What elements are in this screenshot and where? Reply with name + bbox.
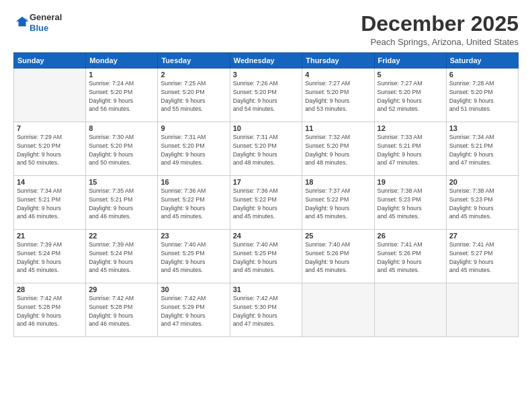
calendar-cell: 30Sunrise: 7:42 AMSunset: 5:29 PMDayligh… bbox=[158, 283, 230, 337]
day-info: Sunrise: 7:32 AMSunset: 5:20 PMDaylight:… bbox=[305, 133, 371, 167]
calendar-cell: 31Sunrise: 7:42 AMSunset: 5:30 PMDayligh… bbox=[230, 283, 302, 337]
day-info: Sunrise: 7:38 AMSunset: 5:23 PMDaylight:… bbox=[378, 187, 443, 221]
day-number: 13 bbox=[449, 124, 515, 132]
day-info: Sunrise: 7:36 AMSunset: 5:22 PMDaylight:… bbox=[233, 187, 300, 221]
day-info: Sunrise: 7:42 AMSunset: 5:28 PMDaylight:… bbox=[89, 294, 154, 328]
calendar-cell: 7Sunrise: 7:29 AMSunset: 5:20 PMDaylight… bbox=[14, 122, 86, 176]
logo-general-text: General bbox=[30, 12, 62, 23]
calendar-cell: 8Sunrise: 7:30 AMSunset: 5:20 PMDaylight… bbox=[86, 122, 158, 176]
day-number: 26 bbox=[378, 232, 443, 240]
logo-icon bbox=[15, 14, 30, 29]
calendar-cell: 24Sunrise: 7:40 AMSunset: 5:25 PMDayligh… bbox=[230, 230, 302, 283]
calendar-cell: 10Sunrise: 7:31 AMSunset: 5:20 PMDayligh… bbox=[230, 122, 302, 176]
day-info: Sunrise: 7:33 AMSunset: 5:21 PMDaylight:… bbox=[378, 133, 443, 167]
day-info: Sunrise: 7:35 AMSunset: 5:21 PMDaylight:… bbox=[89, 187, 154, 221]
weekday-header-saturday: Saturday bbox=[446, 53, 518, 68]
day-info: Sunrise: 7:41 AMSunset: 5:27 PMDaylight:… bbox=[449, 240, 515, 275]
svg-marker-0 bbox=[16, 16, 28, 26]
day-number: 17 bbox=[233, 178, 300, 186]
day-info: Sunrise: 7:42 AMSunset: 5:28 PMDaylight:… bbox=[17, 294, 83, 328]
week-row: 14Sunrise: 7:34 AMSunset: 5:21 PMDayligh… bbox=[14, 176, 519, 230]
logo: General Blue bbox=[13, 12, 62, 33]
calendar-cell: 17Sunrise: 7:36 AMSunset: 5:22 PMDayligh… bbox=[230, 176, 302, 230]
calendar-cell: 27Sunrise: 7:41 AMSunset: 5:27 PMDayligh… bbox=[446, 230, 518, 283]
calendar-cell: 23Sunrise: 7:40 AMSunset: 5:25 PMDayligh… bbox=[158, 230, 230, 283]
day-number: 28 bbox=[17, 285, 83, 293]
day-number: 24 bbox=[233, 232, 300, 240]
day-info: Sunrise: 7:30 AMSunset: 5:20 PMDaylight:… bbox=[89, 133, 154, 167]
day-info: Sunrise: 7:26 AMSunset: 5:20 PMDaylight:… bbox=[233, 79, 300, 113]
day-info: Sunrise: 7:37 AMSunset: 5:22 PMDaylight:… bbox=[305, 187, 371, 221]
day-number: 27 bbox=[449, 232, 515, 240]
day-number: 29 bbox=[89, 285, 154, 293]
day-number: 23 bbox=[161, 232, 226, 240]
day-number: 14 bbox=[17, 178, 83, 186]
weekday-header-tuesday: Tuesday bbox=[158, 53, 230, 68]
week-row: 7Sunrise: 7:29 AMSunset: 5:20 PMDaylight… bbox=[14, 122, 519, 176]
day-number: 15 bbox=[89, 178, 154, 186]
calendar-header: SundayMondayTuesdayWednesdayThursdayFrid… bbox=[14, 53, 519, 68]
day-number: 19 bbox=[378, 178, 443, 186]
day-number: 12 bbox=[378, 124, 443, 132]
day-info: Sunrise: 7:38 AMSunset: 5:23 PMDaylight:… bbox=[449, 187, 515, 221]
calendar-cell: 19Sunrise: 7:38 AMSunset: 5:23 PMDayligh… bbox=[374, 176, 446, 230]
calendar-cell: 1Sunrise: 7:24 AMSunset: 5:20 PMDaylight… bbox=[86, 68, 158, 122]
weekday-header-monday: Monday bbox=[86, 53, 158, 68]
calendar-cell: 16Sunrise: 7:36 AMSunset: 5:22 PMDayligh… bbox=[158, 176, 230, 230]
day-info: Sunrise: 7:42 AMSunset: 5:29 PMDaylight:… bbox=[161, 294, 226, 328]
calendar-cell: 2Sunrise: 7:25 AMSunset: 5:20 PMDaylight… bbox=[158, 68, 230, 122]
week-row: 1Sunrise: 7:24 AMSunset: 5:20 PMDaylight… bbox=[14, 68, 519, 122]
calendar-cell: 12Sunrise: 7:33 AMSunset: 5:21 PMDayligh… bbox=[374, 122, 446, 176]
day-number: 18 bbox=[305, 178, 371, 186]
day-info: Sunrise: 7:39 AMSunset: 5:24 PMDaylight:… bbox=[17, 240, 83, 275]
weekday-header-thursday: Thursday bbox=[302, 53, 374, 68]
day-info: Sunrise: 7:41 AMSunset: 5:26 PMDaylight:… bbox=[378, 240, 443, 275]
day-number: 2 bbox=[161, 71, 226, 79]
calendar-cell bbox=[302, 283, 374, 337]
day-info: Sunrise: 7:39 AMSunset: 5:24 PMDaylight:… bbox=[89, 240, 154, 275]
calendar-cell: 26Sunrise: 7:41 AMSunset: 5:26 PMDayligh… bbox=[374, 230, 446, 283]
day-number: 31 bbox=[233, 285, 300, 293]
month-title: December 2025 bbox=[361, 12, 519, 36]
day-number: 21 bbox=[17, 232, 83, 240]
calendar-cell: 5Sunrise: 7:27 AMSunset: 5:20 PMDaylight… bbox=[374, 68, 446, 122]
day-info: Sunrise: 7:27 AMSunset: 5:20 PMDaylight:… bbox=[305, 79, 371, 113]
day-info: Sunrise: 7:31 AMSunset: 5:20 PMDaylight:… bbox=[161, 133, 226, 167]
calendar-cell: 15Sunrise: 7:35 AMSunset: 5:21 PMDayligh… bbox=[86, 176, 158, 230]
day-number: 30 bbox=[161, 285, 226, 293]
calendar-cell: 21Sunrise: 7:39 AMSunset: 5:24 PMDayligh… bbox=[14, 230, 86, 283]
day-number: 25 bbox=[305, 232, 371, 240]
day-number: 11 bbox=[305, 124, 371, 132]
location: Peach Springs, Arizona, United States bbox=[361, 37, 519, 47]
calendar-cell: 13Sunrise: 7:34 AMSunset: 5:21 PMDayligh… bbox=[446, 122, 518, 176]
weekday-header-wednesday: Wednesday bbox=[230, 53, 302, 68]
weekday-header-sunday: Sunday bbox=[14, 53, 86, 68]
day-info: Sunrise: 7:42 AMSunset: 5:30 PMDaylight:… bbox=[233, 294, 300, 328]
week-row: 28Sunrise: 7:42 AMSunset: 5:28 PMDayligh… bbox=[14, 283, 519, 337]
calendar-cell: 6Sunrise: 7:28 AMSunset: 5:20 PMDaylight… bbox=[446, 68, 518, 122]
day-number: 9 bbox=[161, 124, 226, 132]
calendar-cell: 25Sunrise: 7:40 AMSunset: 5:26 PMDayligh… bbox=[302, 230, 374, 283]
day-info: Sunrise: 7:24 AMSunset: 5:20 PMDaylight:… bbox=[89, 79, 154, 113]
calendar-cell: 4Sunrise: 7:27 AMSunset: 5:20 PMDaylight… bbox=[302, 68, 374, 122]
day-info: Sunrise: 7:28 AMSunset: 5:20 PMDaylight:… bbox=[449, 79, 515, 113]
day-number: 20 bbox=[449, 178, 515, 186]
day-number: 16 bbox=[161, 178, 226, 186]
day-info: Sunrise: 7:27 AMSunset: 5:20 PMDaylight:… bbox=[378, 79, 443, 113]
day-info: Sunrise: 7:40 AMSunset: 5:26 PMDaylight:… bbox=[305, 240, 371, 275]
calendar-body: 1Sunrise: 7:24 AMSunset: 5:20 PMDaylight… bbox=[14, 68, 519, 337]
day-info: Sunrise: 7:40 AMSunset: 5:25 PMDaylight:… bbox=[233, 240, 300, 275]
day-number: 5 bbox=[378, 71, 443, 79]
day-number: 6 bbox=[449, 71, 515, 79]
calendar-cell: 3Sunrise: 7:26 AMSunset: 5:20 PMDaylight… bbox=[230, 68, 302, 122]
day-info: Sunrise: 7:29 AMSunset: 5:20 PMDaylight:… bbox=[17, 133, 83, 167]
calendar-cell bbox=[14, 68, 86, 122]
calendar-cell: 11Sunrise: 7:32 AMSunset: 5:20 PMDayligh… bbox=[302, 122, 374, 176]
calendar-cell: 14Sunrise: 7:34 AMSunset: 5:21 PMDayligh… bbox=[14, 176, 86, 230]
day-number: 7 bbox=[17, 124, 83, 132]
day-info: Sunrise: 7:36 AMSunset: 5:22 PMDaylight:… bbox=[161, 187, 226, 221]
logo-blue-text: Blue bbox=[30, 23, 62, 34]
day-number: 8 bbox=[89, 124, 154, 132]
day-info: Sunrise: 7:31 AMSunset: 5:20 PMDaylight:… bbox=[233, 133, 300, 167]
weekday-header-friday: Friday bbox=[374, 53, 446, 68]
